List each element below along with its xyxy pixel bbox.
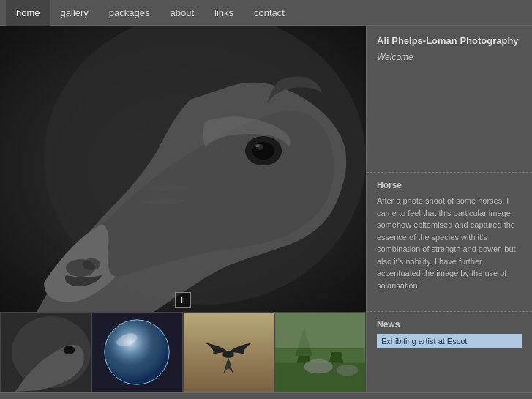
nav-item-about[interactable]: about (160, 0, 204, 26)
nav-item-packages[interactable]: packages (99, 0, 160, 26)
news-panel: News Exhibiting artist at Escot (367, 312, 532, 392)
page-wrapper: homegallerypackagesaboutlinkscontact (0, 0, 532, 399)
nav-item-home[interactable]: home (6, 0, 50, 26)
thumbnail-bird[interactable] (183, 312, 274, 392)
nav-item-links[interactable]: links (204, 0, 244, 26)
thumbnail-trees[interactable] (274, 312, 366, 392)
hero-area: II (0, 26, 366, 392)
hero-image: II (0, 26, 366, 312)
right-panel: Ali Phelps-Loman Photography Welcome Hor… (366, 26, 532, 392)
thumbnail-strip (0, 312, 366, 392)
svg-point-5 (255, 144, 260, 147)
nav-item-gallery[interactable]: gallery (50, 0, 99, 26)
nav-item-contact[interactable]: contact (244, 0, 295, 26)
svg-point-12 (105, 320, 169, 384)
thumbnail-horse[interactable] (0, 312, 91, 392)
thumbnail-bubble[interactable] (91, 312, 183, 392)
svg-point-24 (337, 365, 358, 376)
site-title: Ali Phelps-Loman Photography (377, 35, 522, 46)
image-description: After a photo shoot of some horses, I ca… (377, 195, 522, 291)
pause-button[interactable]: II (175, 292, 191, 308)
image-title: Horse (377, 180, 522, 190)
svg-point-7 (83, 258, 100, 270)
svg-point-3 (252, 142, 274, 160)
footer: © Ali Phelps-Loman Photography 2011 (0, 392, 532, 399)
news-title: News (377, 319, 522, 329)
svg-rect-22 (275, 313, 365, 348)
news-item[interactable]: Exhibiting artist at Escot (377, 334, 522, 348)
svg-point-23 (304, 359, 332, 374)
site-info-panel: Ali Phelps-Loman Photography Welcome (367, 26, 532, 173)
welcome-label: Welcome (377, 52, 522, 62)
image-info-panel: Horse After a photo shoot of some horses… (367, 173, 532, 312)
main-nav: homegallerypackagesaboutlinkscontact (0, 0, 532, 26)
svg-point-10 (64, 346, 75, 354)
svg-point-19 (222, 351, 234, 358)
main-content: II (0, 26, 532, 392)
